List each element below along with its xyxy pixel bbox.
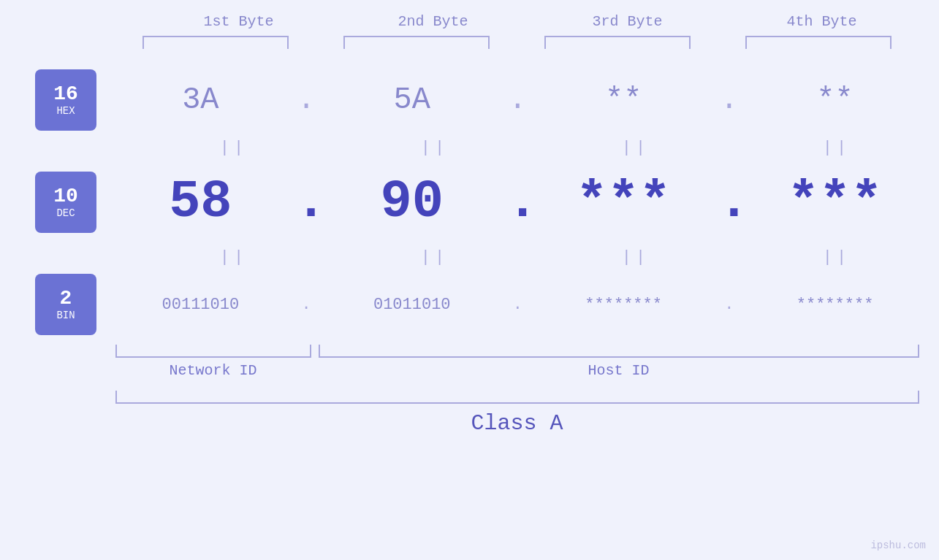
hex-dot2: . [506, 83, 528, 118]
host-bracket [319, 345, 919, 358]
main-container: 1st Byte 2nd Byte 3rd Byte 4th Byte 16 H… [0, 0, 939, 560]
equals-row-1: || || || || [134, 137, 938, 158]
class-bracket [115, 391, 919, 404]
bin-byte3: ******** [539, 296, 707, 314]
bin-byte2: 01011010 [328, 296, 496, 314]
bin-byte1: 00111010 [116, 296, 284, 314]
hex-byte2: 5A [328, 83, 496, 118]
dec-byte1-value: 58 [169, 172, 232, 232]
hex-byte4: ** [751, 83, 919, 118]
hex-byte1-value: 3A [182, 83, 218, 118]
hex-badge: 16 HEX [35, 69, 96, 131]
dec-byte2-value: 90 [381, 172, 444, 232]
bin-badge-number: 2 [60, 288, 72, 310]
bin-dot1: . [295, 296, 317, 314]
dec-cells: 58 . 90 . *** . *** [96, 172, 939, 232]
bin-row: 2 BIN 00111010 . 01011010 . ******** . *… [0, 268, 939, 341]
bin-dot3: . [718, 296, 740, 314]
bottom-labels: Network ID Host ID [115, 362, 919, 379]
byte4-header: 4th Byte [738, 13, 906, 30]
dec-byte1: 58 [116, 172, 284, 232]
hex-byte1: 3A [116, 83, 284, 118]
dec-badge-label: DEC [56, 207, 75, 219]
dec-byte3-value: *** [576, 172, 671, 232]
dec-dot3: . [718, 172, 740, 232]
dec-badge: 10 DEC [35, 172, 96, 233]
hex-dot1: . [295, 83, 317, 118]
dec-byte3: *** [539, 172, 707, 232]
eq2: || [351, 139, 519, 157]
byte-headers: 1st Byte 2nd Byte 3rd Byte 4th Byte [115, 13, 919, 30]
hex-row: 16 HEX 3A . 5A . ** . ** [0, 64, 939, 137]
dec-byte4-value: *** [788, 172, 883, 232]
byte1-header: 1st Byte [155, 13, 323, 30]
bin-byte4: ******** [751, 296, 919, 314]
bin-byte2-value: 01011010 [373, 296, 451, 314]
class-bracket-row: Class A [115, 391, 919, 436]
bin-badge-label: BIN [56, 310, 75, 321]
eq5: || [150, 248, 318, 266]
byte2-header: 2nd Byte [349, 13, 517, 30]
eq3: || [552, 139, 720, 157]
hex-badge-number: 16 [53, 83, 78, 106]
top-brackets [115, 36, 919, 49]
dec-byte2: 90 [328, 172, 496, 232]
watermark: ipshu.com [870, 540, 926, 551]
dec-row: 10 DEC 58 . 90 . *** . *** [0, 158, 939, 246]
bin-byte3-value: ******** [585, 296, 662, 314]
bottom-brackets [115, 345, 919, 358]
bin-badge: 2 BIN [35, 274, 96, 335]
bin-cells: 00111010 . 01011010 . ******** . *******… [96, 296, 939, 314]
bracket-byte3 [544, 36, 691, 49]
network-bracket [115, 345, 311, 358]
eq1: || [150, 139, 318, 157]
eq6: || [351, 248, 519, 266]
hex-byte3: ** [539, 83, 707, 118]
hex-byte2-value: 5A [394, 83, 430, 118]
dec-dot1: . [295, 172, 317, 232]
host-id-label: Host ID [319, 362, 919, 379]
bin-byte1-value: 00111010 [162, 296, 240, 314]
eq7: || [552, 248, 720, 266]
bracket-byte2 [343, 36, 490, 49]
dec-byte4: *** [751, 172, 919, 232]
hex-cells: 3A . 5A . ** . ** [96, 83, 939, 118]
dec-badge-number: 10 [53, 185, 78, 208]
eq4: || [753, 139, 921, 157]
network-id-label: Network ID [115, 362, 311, 379]
hex-byte3-value: ** [605, 83, 642, 118]
hex-byte4-value: ** [816, 83, 853, 118]
bin-byte4-value: ******** [797, 296, 874, 314]
equals-row-2: || || || || [134, 246, 938, 268]
bottom-section: Network ID Host ID [115, 345, 919, 379]
bracket-byte1 [142, 36, 289, 49]
bracket-byte4 [745, 36, 892, 49]
eq8: || [753, 248, 921, 266]
class-label: Class A [115, 411, 919, 436]
bin-dot2: . [506, 296, 528, 314]
hex-badge-label: HEX [56, 105, 75, 117]
hex-dot3: . [718, 83, 740, 118]
dec-dot2: . [506, 172, 528, 232]
byte3-header: 3rd Byte [544, 13, 712, 30]
